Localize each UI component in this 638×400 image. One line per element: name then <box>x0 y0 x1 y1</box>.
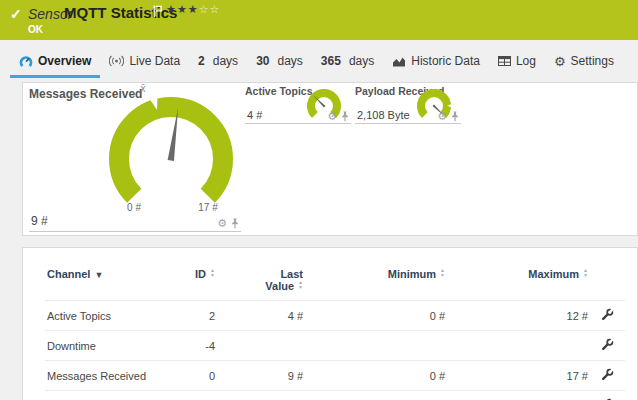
column-label: Channel <box>47 268 90 280</box>
tab-2-days[interactable]: 2days <box>189 46 247 78</box>
channel-maximum <box>447 331 590 361</box>
channel-last-value <box>217 331 305 361</box>
column-label: Value <box>265 280 294 292</box>
tab-log[interactable]: Log <box>489 46 545 78</box>
widget-icons: ⚙ <box>437 111 459 122</box>
pin-icon[interactable] <box>231 218 239 229</box>
column-header-maximum[interactable]: Maximum▲▼ <box>447 262 590 301</box>
tab-number: 30 <box>256 54 269 68</box>
pin-icon[interactable] <box>451 111 459 122</box>
channel-minimum: 0 # <box>305 301 447 331</box>
gauge-current-value: 4 # <box>247 109 262 121</box>
gear-icon: ⚙ <box>554 55 566 68</box>
tab-365-days[interactable]: 365days <box>312 46 383 78</box>
column-label: ID <box>195 268 206 280</box>
column-label: Maximum <box>528 268 579 280</box>
tab-label: days <box>277 54 302 68</box>
tab-30-days[interactable]: 30days <box>247 46 312 78</box>
historic-chart-icon <box>392 56 406 67</box>
pin-icon[interactable] <box>341 111 349 122</box>
prtg-sensor-page: ✓ Sensor MQTT Statistics ★★★☆☆ OK Overvi… <box>0 0 638 400</box>
table-row[interactable]: Payload Received 1 2,108 Byte 0 Byte 2,1… <box>45 391 625 400</box>
gauge-max-label: 17 # <box>188 202 228 213</box>
status-badge: OK <box>28 24 43 35</box>
tab-label: Settings <box>571 54 614 68</box>
column-header-tools <box>590 262 625 301</box>
log-table-icon <box>498 56 511 66</box>
tab-settings[interactable]: ⚙ Settings <box>545 46 623 78</box>
widget-icons: ⚙ <box>217 218 239 229</box>
gauge-min-label: 0 # <box>114 202 154 213</box>
gear-icon[interactable]: ⚙ <box>217 218 227 229</box>
channel-id: 2 <box>175 301 217 331</box>
channel-maximum: 17 # <box>447 361 590 391</box>
gear-icon[interactable]: ⚙ <box>327 111 337 122</box>
channel-name: Messages Received <box>45 361 175 391</box>
channel-settings-wrench-icon[interactable] <box>601 308 614 321</box>
sort-icon: ▲▼ <box>210 268 215 277</box>
tab-number: 365 <box>321 54 341 68</box>
tab-number: 2 <box>198 54 205 68</box>
sort-icon: ▲▼ <box>298 280 303 289</box>
widget-icons: ⚙ <box>327 111 349 122</box>
star-filled-icon[interactable]: ★ <box>177 3 188 15</box>
channel-name: Payload Received <box>45 391 175 400</box>
tab-label: Overview <box>38 54 91 68</box>
tab-label: Historic Data <box>411 54 480 68</box>
rating-stars[interactable]: ★★★☆☆ <box>166 3 220 16</box>
sensor-header: ✓ Sensor MQTT Statistics ★★★☆☆ OK <box>0 0 638 40</box>
table-row[interactable]: Messages Received 0 9 # 0 # 17 # <box>45 361 625 391</box>
channel-id: 1 <box>175 391 217 400</box>
star-filled-icon[interactable]: ★ <box>188 3 199 15</box>
channel-name: Active Topics <box>45 301 175 331</box>
tab-label: Live Data <box>129 54 180 68</box>
live-signal-icon <box>109 55 124 67</box>
status-ok-check-icon: ✓ <box>10 6 22 22</box>
flag-icon[interactable] <box>153 4 162 22</box>
column-label: Minimum <box>388 268 436 280</box>
sort-icon: ▲▼ <box>583 268 588 277</box>
gauge-icon <box>19 55 33 68</box>
channel-id: 0 <box>175 361 217 391</box>
channel-minimum <box>305 331 447 361</box>
gauge-current-value: 9 # <box>31 214 48 228</box>
table-row[interactable]: Downtime -4 <box>45 331 625 361</box>
channel-last-value: 2,108 Byte <box>217 391 305 400</box>
gauge-widget-payload-received: Payload Received 2,108 Byte ⚙ <box>355 85 461 124</box>
tab-live-data[interactable]: Live Data <box>100 46 189 78</box>
gauge-current-value: 2,108 Byte <box>357 109 410 121</box>
star-filled-icon[interactable]: ★ <box>166 3 177 15</box>
channels-table: Channel▼ ID▲▼ Last Value▲▼ Minimum▲▼ Max… <box>45 262 625 400</box>
column-header-id[interactable]: ID▲▼ <box>175 262 217 301</box>
column-header-last-value[interactable]: Last Value▲▼ <box>217 262 305 301</box>
channel-name: Downtime <box>45 331 175 361</box>
gauge-title: Active Topics <box>245 85 313 97</box>
tab-label: Log <box>516 54 536 68</box>
table-row[interactable]: Active Topics 2 4 # 0 # 12 # <box>45 301 625 331</box>
tab-overview[interactable]: Overview <box>10 46 100 78</box>
channels-table-panel: Channel▼ ID▲▼ Last Value▲▼ Minimum▲▼ Max… <box>22 247 638 400</box>
gear-icon[interactable]: ⚙ <box>437 111 447 122</box>
channel-settings-wrench-icon[interactable] <box>601 368 614 381</box>
sort-icon: ▲▼ <box>440 268 445 277</box>
channel-last-value: 4 # <box>217 301 305 331</box>
sort-desc-icon: ▼ <box>94 270 103 280</box>
column-header-minimum[interactable]: Minimum▲▼ <box>305 262 447 301</box>
gauge-widget-messages-received: Messages Received x̄ 0 # 17 # 9 # ⚙ <box>29 87 241 232</box>
channel-minimum: 0 # <box>305 361 447 391</box>
gauges-panel: Messages Received x̄ 0 # 17 # 9 # ⚙ Acti… <box>22 82 638 236</box>
channel-maximum: 2,120 Byte <box>447 391 590 400</box>
star-empty-icon[interactable]: ☆ <box>199 3 210 15</box>
star-empty-icon[interactable]: ☆ <box>210 3 221 15</box>
tab-historic-data[interactable]: Historic Data <box>383 46 489 78</box>
channel-maximum: 12 # <box>447 301 590 331</box>
channel-settings-wrench-icon[interactable] <box>601 338 614 351</box>
tab-label: days <box>349 54 374 68</box>
channel-last-value: 9 # <box>217 361 305 391</box>
channel-id: -4 <box>175 331 217 361</box>
column-header-channel[interactable]: Channel▼ <box>45 262 175 301</box>
tab-bar: Overview Live Data 2days 30days 365days <box>0 40 638 78</box>
table-header-row: Channel▼ ID▲▼ Last Value▲▼ Minimum▲▼ Max… <box>45 262 625 301</box>
channel-minimum: 0 Byte <box>305 391 447 400</box>
gauge-widget-active-topics: Active Topics 4 # ⚙ <box>245 85 351 124</box>
